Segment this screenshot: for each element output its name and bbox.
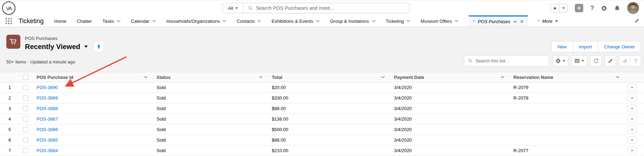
- change-owner-button[interactable]: Change Owner: [598, 41, 641, 52]
- pie-chart-icon: [622, 58, 627, 63]
- favorites-caret-icon[interactable]: [560, 4, 567, 12]
- row-actions-dropdown-button[interactable]: [627, 105, 637, 112]
- pos-purchase-id-link[interactable]: POS-3884: [37, 148, 58, 153]
- app-launcher-icon[interactable]: [5, 15, 13, 27]
- row-actions-dropdown-button[interactable]: [627, 84, 637, 91]
- row-actions-cell: [624, 84, 644, 91]
- nav-item-group-invitations[interactable]: Group & Invitations: [330, 19, 375, 24]
- nav-tab-list: HomeChatterTasksCalendarHouseholds/Organ…: [54, 15, 458, 27]
- chevron-down-icon[interactable]: [501, 76, 504, 78]
- search-scope-selector[interactable]: All: [223, 3, 243, 13]
- list-view-controls-button[interactable]: [552, 55, 568, 66]
- page-title: Recently Viewed: [25, 43, 80, 51]
- view-selector-caret-icon[interactable]: [84, 46, 88, 48]
- table-display-icon: [574, 58, 580, 63]
- chevron-down-icon[interactable]: [381, 76, 385, 78]
- nav-item-home[interactable]: Home: [54, 19, 66, 24]
- payment-date-cell: 3/4/2020: [389, 127, 508, 132]
- pos-purchase-id-link[interactable]: POS-3889: [37, 95, 58, 101]
- row-actions-cell: [624, 136, 644, 144]
- active-tab-label: POS Purchases: [478, 19, 511, 24]
- chevron-down-icon[interactable]: [513, 21, 517, 23]
- search-icon: [468, 59, 473, 63]
- column-header-status[interactable]: Status: [152, 72, 267, 82]
- user-avatar[interactable]: [627, 2, 639, 14]
- column-header-reservation-name[interactable]: Reservation Name: [508, 72, 624, 82]
- row-checkbox[interactable]: [23, 106, 28, 111]
- setup-gear-icon[interactable]: [601, 5, 607, 11]
- column-header-payment-date[interactable]: Payment Date: [389, 72, 508, 82]
- nav-item-contacts[interactable]: Contacts: [237, 19, 261, 24]
- global-add-icon[interactable]: [575, 4, 583, 12]
- row-actions-dropdown-button[interactable]: [627, 147, 637, 154]
- nav-item-households-organizations[interactable]: Households/Organizations: [166, 19, 226, 24]
- global-search-input[interactable]: [253, 5, 409, 11]
- row-checkbox[interactable]: [23, 95, 28, 101]
- pos-purchase-id-link[interactable]: POS-3886: [37, 127, 58, 132]
- status-cell: Sold: [152, 85, 267, 90]
- row-actions-dropdown-button[interactable]: [627, 136, 637, 144]
- pos-purchase-id-link[interactable]: POS-3885: [37, 137, 58, 143]
- new-button[interactable]: New: [551, 41, 573, 52]
- pos-purchase-id-link[interactable]: POS-3887: [37, 116, 58, 122]
- row-checkbox[interactable]: [23, 148, 28, 153]
- tab-pos-purchases-active[interactable]: * POS Purchases ×: [469, 15, 528, 27]
- import-button[interactable]: Import: [573, 41, 598, 52]
- column-header-total[interactable]: Total: [267, 72, 389, 82]
- row-actions-dropdown-button[interactable]: [627, 115, 637, 123]
- chevron-down-icon[interactable]: [407, 20, 410, 22]
- row-checkbox[interactable]: [23, 85, 28, 90]
- row-checkbox-cell: [19, 116, 32, 122]
- total-cell: $20.00: [267, 85, 389, 90]
- help-icon[interactable]: ?: [590, 5, 594, 12]
- row-actions-dropdown-button[interactable]: [627, 94, 637, 102]
- pos-purchase-id-link[interactable]: POS-3888: [37, 106, 58, 111]
- caret-down-icon: [235, 7, 238, 9]
- nav-item-calendar[interactable]: Calendar: [131, 19, 156, 24]
- chevron-down-icon[interactable]: [223, 20, 226, 22]
- select-all-checkbox[interactable]: [23, 75, 28, 80]
- chevron-down-icon[interactable]: [616, 76, 619, 78]
- favorites-star-icon[interactable]: ★: [550, 4, 560, 12]
- pos-purchase-id-cell: POS-3885: [32, 137, 152, 143]
- close-tab-icon[interactable]: ×: [520, 19, 523, 25]
- chevron-down-icon[interactable]: [316, 20, 320, 22]
- pin-list-button[interactable]: [93, 41, 104, 52]
- row-checkbox[interactable]: [23, 127, 28, 132]
- row-actions-cell: [624, 147, 644, 154]
- company-logo: VA: [2, 1, 15, 15]
- chevron-down-icon[interactable]: [117, 20, 120, 22]
- refresh-button[interactable]: [590, 55, 602, 66]
- nav-item-chatter[interactable]: Chatter: [77, 19, 92, 24]
- chevron-down-icon[interactable]: [372, 20, 375, 22]
- pos-purchase-id-link[interactable]: POS-3890: [37, 85, 58, 90]
- row-checkbox[interactable]: [23, 116, 28, 122]
- nav-item-exhibitions-events[interactable]: Exhibitions & Events: [271, 19, 320, 24]
- nav-item-ticketing[interactable]: Ticketing: [386, 19, 410, 24]
- charts-button[interactable]: [619, 55, 630, 66]
- column-header-pos-purchase-id[interactable]: POS Purchase Id: [32, 72, 152, 82]
- list-action-buttons: NewImportChange Owner: [551, 41, 641, 52]
- row-actions-dropdown-button[interactable]: [627, 126, 637, 133]
- reservation-name-cell: R-2079: [508, 85, 624, 90]
- filters-button[interactable]: [630, 55, 641, 66]
- filter-funnel-icon: [633, 58, 638, 63]
- display-as-button[interactable]: [571, 55, 587, 66]
- chevron-down-icon[interactable]: [257, 20, 261, 22]
- row-number: 6: [0, 137, 19, 143]
- row-checkbox-cell: [19, 148, 32, 153]
- notifications-bell-icon[interactable]: [614, 5, 620, 11]
- object-label: POS Purchases: [25, 36, 58, 41]
- inline-edit-button[interactable]: [605, 55, 616, 66]
- list-search-input[interactable]: [473, 58, 549, 63]
- nav-item-tasks[interactable]: Tasks: [103, 19, 120, 24]
- chevron-down-icon[interactable]: [152, 20, 156, 22]
- status-cell: Sold: [152, 148, 267, 153]
- edit-nav-pencil-icon[interactable]: [635, 18, 639, 25]
- row-checkbox[interactable]: [23, 137, 28, 143]
- chevron-down-icon[interactable]: [144, 76, 147, 78]
- chevron-down-icon[interactable]: [455, 20, 458, 22]
- tab-more[interactable]: * More: [538, 15, 558, 27]
- nav-item-museum-offers[interactable]: Museum Offers: [421, 19, 458, 24]
- chevron-down-icon[interactable]: [259, 76, 263, 78]
